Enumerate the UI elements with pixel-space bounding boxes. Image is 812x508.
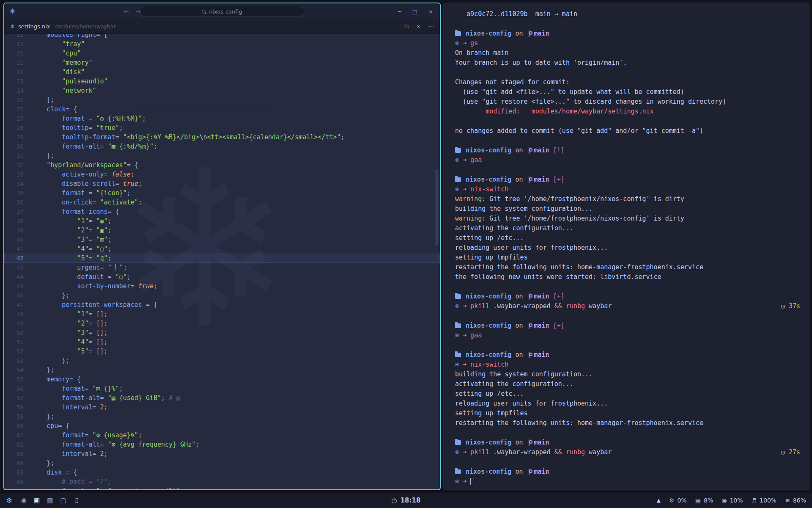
code-line[interactable]: 60 cpu= { bbox=[4, 421, 440, 431]
code-line[interactable]: 55 memory= { bbox=[4, 375, 440, 384]
terminal-line bbox=[455, 340, 809, 350]
code-line[interactable]: 62 format-alt= "⚙ {avg_frequency} GHz"; bbox=[4, 440, 440, 449]
code-line[interactable]: 33 active-only= false; bbox=[4, 170, 440, 179]
forward-button[interactable]: → bbox=[136, 8, 141, 15]
code-line[interactable]: 39 "2"= "▣"; bbox=[4, 226, 440, 235]
workspace-button-4[interactable]: ▢ bbox=[60, 497, 66, 504]
code-line[interactable]: 35 format = "{icon}"; bbox=[4, 188, 440, 198]
terminal-window[interactable]: a9c0c72..d11029b main → main nixos-confi… bbox=[443, 3, 809, 490]
nav-arrows: ← → bbox=[123, 3, 141, 19]
workspace-button-2[interactable]: ▣ bbox=[34, 497, 40, 504]
workspace-button-5[interactable]: ♫ bbox=[74, 497, 79, 504]
code-line[interactable]: 49 "2"= []; bbox=[4, 319, 440, 328]
network-icon: ≋ bbox=[785, 497, 790, 504]
code-editor[interactable]: ❄ 18 modules-right= [19 "tray"20 "cpu"21… bbox=[4, 34, 440, 489]
code-line[interactable]: 27 format = "◷ {:%H:%M}"; bbox=[4, 114, 440, 123]
command-palette-search[interactable]: nixos-config bbox=[141, 6, 303, 17]
code-line[interactable]: 18 modules-right= [ bbox=[4, 34, 440, 39]
code-line[interactable]: 64 }; bbox=[4, 458, 440, 468]
code-line[interactable]: 46 }; bbox=[4, 291, 440, 300]
status-bar: ❄ ◉▣▥▢♫ ◷ 18:18 ▲ ⚙0%▤8%◉10%♬100%≋86% bbox=[0, 493, 812, 508]
code-line[interactable]: 57 format-alt= "▤ {used} GiB"; # ▥ bbox=[4, 393, 440, 403]
back-button[interactable]: ← bbox=[123, 8, 129, 15]
code-line[interactable]: 63 interval= 2; bbox=[4, 449, 440, 458]
code-line[interactable]: 47 persistent-workspaces = { bbox=[4, 300, 440, 309]
terminal-line: ❄ ➜ pkill .waybar-wrapped && runbg wayba… bbox=[455, 301, 809, 311]
line-number: 41 bbox=[4, 244, 24, 254]
code-line[interactable]: 48 "1"= []; bbox=[4, 309, 440, 319]
code-line[interactable]: 41 "4"= "▢"; bbox=[4, 244, 440, 254]
minimize-button[interactable]: ─ bbox=[398, 8, 401, 15]
terminal-line bbox=[455, 19, 809, 29]
network-module[interactable]: ≋86% bbox=[785, 497, 806, 504]
more-actions-button[interactable]: ⋯ bbox=[428, 23, 434, 30]
code-line[interactable]: 42 "5"= "♫"; bbox=[4, 254, 440, 263]
terminal-line: ❄ ➜ nix-switch bbox=[455, 360, 809, 370]
memory-module[interactable]: ▤8% bbox=[695, 497, 713, 504]
code-line[interactable]: 50 "3"= []; bbox=[4, 328, 440, 337]
code-line[interactable]: 25 ]; bbox=[4, 95, 440, 105]
line-number: 20 bbox=[4, 49, 24, 58]
code-line[interactable]: 53 }; bbox=[4, 356, 440, 365]
editor-scrollbar[interactable] bbox=[435, 169, 439, 246]
disk-module[interactable]: ◉10% bbox=[721, 497, 743, 504]
code-line[interactable]: 26 clock= { bbox=[4, 105, 440, 114]
terminal-line: warning: Git tree '/home/frostphoenix/ni… bbox=[455, 194, 809, 204]
terminal-line: nixos-config on main bbox=[455, 438, 809, 447]
code-line[interactable]: 21 "memory" bbox=[4, 58, 440, 67]
terminal-line: setting up tmpfiles bbox=[455, 253, 809, 262]
code-line[interactable]: 43 urgent= "❗"; bbox=[4, 263, 440, 272]
terminal-line: a9c0c72..d11029b main → main bbox=[455, 9, 809, 19]
code-line[interactable]: 32 "hyprland/workspaces"= { bbox=[4, 160, 440, 170]
code-line[interactable]: 20 "cpu" bbox=[4, 49, 440, 58]
line-number: 63 bbox=[4, 449, 24, 458]
line-number: 60 bbox=[4, 421, 24, 431]
code-line[interactable]: 36 on-click= "activate"; bbox=[4, 198, 440, 207]
terminal-line: ❄ ➜ nix-switch bbox=[455, 185, 809, 194]
workspace-button-1[interactable]: ◉ bbox=[21, 497, 27, 504]
code-line[interactable]: 66 # path = "/"; bbox=[4, 477, 440, 486]
workspace-button-3[interactable]: ▥ bbox=[47, 497, 53, 504]
code-line[interactable]: 30 format-alt= "▦ {:%d/%m}"; bbox=[4, 142, 440, 151]
code-line[interactable]: 23 "pulseaudio" bbox=[4, 77, 440, 86]
line-number: 47 bbox=[4, 300, 24, 309]
clock-module[interactable]: ◷ 18:18 bbox=[392, 497, 421, 504]
volume-module[interactable]: ♬100% bbox=[752, 497, 777, 504]
terminal-line: building the system configuration... bbox=[455, 204, 809, 214]
terminal-line: nixos-config on main [+] bbox=[455, 321, 809, 331]
terminal-line: nixos-config on main [!] bbox=[455, 146, 809, 155]
cpu-module[interactable]: ⚙0% bbox=[669, 497, 687, 504]
close-button[interactable]: × bbox=[428, 8, 433, 15]
code-line[interactable]: 61 format= "⚙ {usage}%"; bbox=[4, 431, 440, 440]
code-line[interactable]: 67 format = "◉ {percentage_used}%"; bbox=[4, 486, 440, 489]
split-editor-button[interactable]: ◫ bbox=[403, 23, 409, 30]
code-line[interactable]: 22 "disk" bbox=[4, 67, 440, 77]
close-tab-button[interactable]: × bbox=[416, 23, 421, 30]
code-line[interactable]: 28 tooltip= "true"; bbox=[4, 123, 440, 133]
tab-settings-nix[interactable]: ❄ settings.nix modules/home/waybar bbox=[10, 23, 116, 30]
nixos-menu-icon[interactable]: ❄ bbox=[6, 496, 13, 505]
code-line[interactable]: 24 "network" bbox=[4, 86, 440, 95]
tray-icon[interactable]: ▲ bbox=[657, 497, 661, 503]
code-line[interactable]: 38 "1"= "◉"; bbox=[4, 216, 440, 226]
code-line[interactable]: 65 disk = { bbox=[4, 468, 440, 477]
maximize-button[interactable]: □ bbox=[412, 8, 417, 15]
code-line[interactable]: 56 format= "▤ {}%"; bbox=[4, 384, 440, 393]
code-line[interactable]: 52 "5"= []; bbox=[4, 347, 440, 356]
code-line[interactable]: 44 default = "○"; bbox=[4, 272, 440, 282]
line-number: 43 bbox=[4, 263, 24, 272]
code-line[interactable]: 58 interval= 2; bbox=[4, 403, 440, 412]
code-line[interactable]: 40 "3"= "▥"; bbox=[4, 235, 440, 244]
code-line[interactable]: 54 }; bbox=[4, 365, 440, 375]
code-line[interactable]: 34 disable-scroll= true; bbox=[4, 179, 440, 188]
code-line[interactable]: 37 format-icons= { bbox=[4, 207, 440, 216]
line-number: 24 bbox=[4, 86, 24, 95]
terminal-line: the following new units were started: li… bbox=[455, 272, 809, 282]
code-line[interactable]: 29 tooltip-format= "<big>{:%Y %B}</big>\… bbox=[4, 133, 440, 142]
code-line[interactable]: 19 "tray" bbox=[4, 39, 440, 49]
code-line[interactable]: 59 }; bbox=[4, 412, 440, 421]
code-line[interactable]: 45 sort-by-number= true; bbox=[4, 282, 440, 291]
line-number: 38 bbox=[4, 216, 24, 226]
code-line[interactable]: 51 "4"= []; bbox=[4, 337, 440, 347]
code-line[interactable]: 31 }; bbox=[4, 151, 440, 160]
